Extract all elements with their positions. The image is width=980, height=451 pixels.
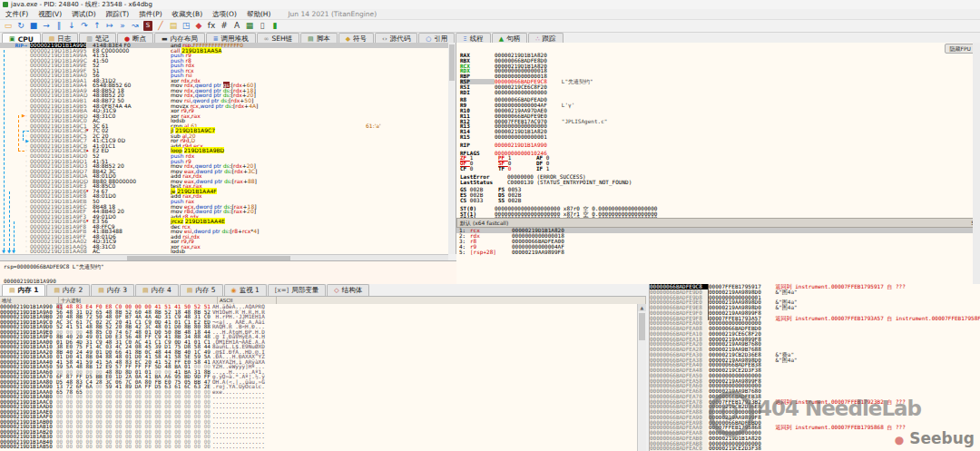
register-value: 00000219D1B1A990 xyxy=(495,142,547,148)
font-icon[interactable]: A xyxy=(232,21,241,31)
dump-tab-label: 内存 2 xyxy=(63,286,83,295)
eraser-icon[interactable]: ◆ xyxy=(194,21,203,31)
stop-icon[interactable]: ■ xyxy=(29,21,38,31)
stack-value: 00000219CE2D3F38 xyxy=(708,446,772,451)
build-date-label: Jun 14 2021 (TitanEngine) xyxy=(288,10,377,18)
register-name: R15 xyxy=(460,134,495,140)
source-icon: ‹› xyxy=(382,36,387,43)
dump-tab-bar: ▤内存 1▤内存 2▤内存 3▤内存 4▤内存 5◉监视 1[x=]局部变量◇结… xyxy=(0,284,646,297)
flag-value: 0033 xyxy=(470,197,483,203)
dump-tab-监视 1[interactable]: ◉监视 1 xyxy=(224,284,267,296)
dump-scrollbar[interactable]: ▲ xyxy=(637,304,646,451)
open-file-icon[interactable]: ▭ xyxy=(4,21,13,31)
step-out-icon[interactable]: ↑ xyxy=(93,21,102,31)
dump-tab-结构体[interactable]: ◇结构体 xyxy=(327,284,369,296)
phone-icon[interactable]: ▮ xyxy=(270,21,279,31)
dump-tab-内存 4[interactable]: ▤内存 4 xyxy=(135,284,179,296)
x64dbg-app-icon xyxy=(3,2,8,7)
menu-item[interactable]: 文件(F) xyxy=(5,10,28,19)
fastcall-arguments-pane[interactable]: 默认 (x64 fastcall) 5 ▾ 1:rcx00000219D1B1A… xyxy=(456,218,980,284)
jump-arrow-stub xyxy=(18,151,24,152)
flag-value: 0 xyxy=(470,165,474,172)
dump-tab-内存 3[interactable]: ▤内存 3 xyxy=(91,284,134,296)
fastcall-title[interactable]: 默认 (x64 fastcall) xyxy=(460,219,508,227)
toolbar: ▭↻■→∥↓↷↑↦»↝S╱▤◳◆fx#A▦▯▮ xyxy=(0,19,980,33)
register-comment: L"先遣契约" xyxy=(562,79,593,84)
scroll-up-icon[interactable]: ▲ xyxy=(638,304,646,311)
registers-scrollbar[interactable] xyxy=(973,43,980,284)
disassembly-vscrollbar[interactable] xyxy=(448,43,456,254)
register-value: 0000000000000001 xyxy=(495,134,547,140)
register-comment: L'ү' xyxy=(562,103,574,108)
fastcall-rows: 1:rcx00000219D1B1A8202:rdx00000000000000… xyxy=(456,228,980,255)
register-name: RDI xyxy=(460,90,495,95)
step-into-icon[interactable]: ↓ xyxy=(67,21,76,31)
run-to-cursor-icon[interactable]: ↦ xyxy=(105,21,114,31)
handles-icon: ▲ xyxy=(499,36,504,43)
scylla-icon[interactable]: S xyxy=(143,21,152,31)
skip-icon[interactable]: ↝ xyxy=(131,21,140,31)
fastcall-arg-row[interactable]: 5:[rsp+28]00000219AA9899F8 xyxy=(456,250,980,255)
jump-arrowhead-icon: ▶ xyxy=(22,113,25,118)
graph-icon[interactable]: ▦ xyxy=(245,21,254,31)
jump-arrow-line xyxy=(4,50,5,250)
registers-pane[interactable]: 隐藏FPU RAX00000219D1B1A820RBX00000066BADF… xyxy=(456,43,980,284)
memory-map-icon: ▬ xyxy=(162,36,168,43)
dump-pane[interactable]: ▤内存 1▤内存 2▤内存 3▤内存 4▤内存 5◉监视 1[x=]局部变量◇结… xyxy=(0,284,646,451)
disassembly-pane[interactable]: RIP→00000219D1B1A9904148:83E4 F0and rsp,… xyxy=(0,43,449,254)
pencil-icon[interactable]: ╱ xyxy=(156,21,165,31)
dump-header-filler xyxy=(277,297,646,304)
patches-icon[interactable]: ◳ xyxy=(181,21,191,31)
arg-register: [rsp+28] xyxy=(470,250,512,255)
register-name: RIP xyxy=(460,142,495,148)
flag-name: TF xyxy=(498,165,508,172)
dump-tab-内存 2[interactable]: ▤内存 2 xyxy=(46,284,90,296)
dump-tab-label: 内存 3 xyxy=(107,286,127,295)
menu-item[interactable]: 帮助(H) xyxy=(247,10,271,19)
jump-arrow-line xyxy=(9,191,10,250)
flag-cell: TF 0 xyxy=(498,166,536,172)
restart-icon[interactable]: ↻ xyxy=(16,21,25,31)
flag-value: 0 xyxy=(508,165,512,172)
register-value: 0000000000000000 xyxy=(495,90,547,95)
menu-item[interactable]: 插件(P) xyxy=(139,10,162,19)
dump-tab-icon: ◉ xyxy=(231,288,237,294)
hash-icon[interactable]: # xyxy=(220,21,229,31)
fx-icon[interactable]: fx xyxy=(207,21,216,31)
menu-item[interactable]: 调试(D) xyxy=(72,10,96,19)
flag-cell: IF 1 xyxy=(536,166,574,172)
menu-item[interactable]: 跟踪(T) xyxy=(106,10,129,19)
stack-address: 00000066BADFEAC0 xyxy=(650,446,708,451)
animate-icon[interactable]: » xyxy=(118,21,127,31)
register-value: C0000139 (STATUS_ENTRYPOINT_NOT_FOUND) xyxy=(507,180,632,185)
dump-tab-label: 监视 1 xyxy=(240,286,260,295)
dump-row[interactable]: 00000219D1B1AB5000 00 00 00 00 00 00 00 … xyxy=(0,444,638,449)
menu-item[interactable]: 选项(O) xyxy=(212,10,237,19)
dump-tab-label: 局部变量 xyxy=(291,286,318,295)
step-over-icon[interactable]: ↷ xyxy=(80,21,89,31)
dump-tab-label: 内存 1 xyxy=(18,286,39,295)
breakpoint-icon: ● xyxy=(124,36,130,43)
computer-icon[interactable]: ▯ xyxy=(258,21,267,31)
run-icon[interactable]: → xyxy=(42,21,51,31)
dump-tab-内存 1[interactable]: ▤内存 1 xyxy=(2,284,45,296)
dump-ascii: ................ xyxy=(212,444,638,449)
dump-tab-label: 结构体 xyxy=(342,286,363,295)
jump-arrow-stub xyxy=(23,131,29,132)
flag-name: IF xyxy=(536,165,546,172)
cpu-icon: ▣ xyxy=(9,36,15,43)
flag-name: CF xyxy=(460,165,470,172)
call-stack-icon: ≣ xyxy=(213,36,219,43)
menu-item[interactable]: 收藏夹(B) xyxy=(172,10,203,19)
pause-icon[interactable]: ∥ xyxy=(54,21,64,31)
dump-tab-局部变量[interactable]: [x=]局部变量 xyxy=(268,284,326,296)
dump-tab-label: 内存 5 xyxy=(195,286,215,295)
dump-rows[interactable]: 00000219D1B1A99041 48 83 E4 F0 E8 C0 00 … xyxy=(0,304,638,451)
dump-tab-内存 5[interactable]: ▤内存 5 xyxy=(180,284,223,296)
notes-icon[interactable]: ▤ xyxy=(169,21,178,31)
menu-item[interactable]: 视图(V) xyxy=(38,10,62,19)
trace-icon: ∴ xyxy=(535,36,539,43)
stack-pane[interactable]: 00000066BADFE9C800007FFEB1795917 返回到 ins… xyxy=(649,284,980,451)
menu-bar: 文件(F)视图(V)调试(D)跟踪(T)插件(P)收藏夹(B)选项(O)帮助(H… xyxy=(0,9,980,19)
stack-row[interactable]: 00000066BADFEAC000000219CE2D3F38 xyxy=(650,446,980,451)
